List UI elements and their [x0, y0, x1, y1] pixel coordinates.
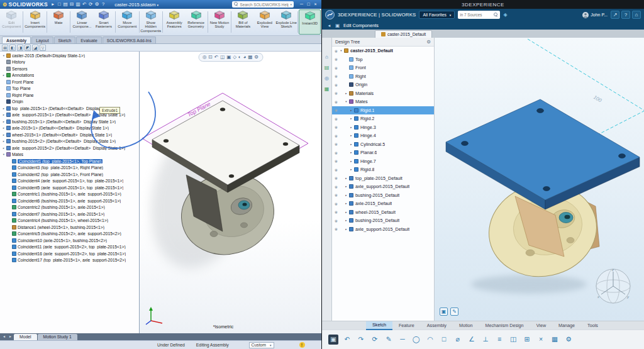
feature-tree-item[interactable]: ▸axle_support-2015<2> (Default<<Default>… — [0, 145, 139, 152]
home-icon[interactable]: ⌂ — [325, 54, 328, 60]
save-icon[interactable]: ⊟ — [69, 1, 75, 8]
expander-icon[interactable]: ▸ — [349, 143, 353, 146]
action-bar-tab-sketch[interactable]: Sketch — [366, 321, 392, 330]
options-icon[interactable]: ⚙ — [94, 1, 100, 8]
feature-tree-item[interactable]: Coincident5 (axle_support-2015<1>, top_p… — [0, 184, 139, 191]
expander-icon[interactable]: ▸ — [349, 117, 353, 120]
display-manager-icon[interactable]: ◪ — [32, 45, 38, 51]
design-tree-item[interactable]: ◉▸Cylindrical.5 — [332, 140, 434, 149]
visibility-eye-icon[interactable]: ◉ — [333, 57, 339, 61]
new-document-icon[interactable]: □ — [56, 1, 62, 8]
expander-icon[interactable]: ▸ — [1, 74, 6, 77]
close-icon[interactable]: × — [312, 1, 319, 8]
previous-view-icon[interactable]: ↶ — [214, 54, 218, 60]
rectangle-icon[interactable]: □ — [439, 335, 449, 345]
expander-icon[interactable]: ▸ — [344, 211, 348, 214]
help-search-input[interactable] — [240, 3, 289, 7]
mirror-icon[interactable]: ◫ — [508, 335, 518, 345]
ribbon-button-mate[interactable]: Mate — [48, 9, 69, 35]
feature-manager-icon[interactable]: ▤ — [2, 45, 8, 51]
settings-icon[interactable]: ⚙ — [564, 335, 574, 345]
trim-icon[interactable]: × — [536, 335, 546, 345]
display-style-icon[interactable]: ◇ — [233, 54, 236, 60]
design-tree-item[interactable]: ◉▸Materials — [332, 89, 434, 98]
view-orientation-icon[interactable]: ▣ — [226, 54, 231, 60]
visibility-eye-icon[interactable]: ◉ — [333, 151, 339, 155]
design-tree-item[interactable]: ◉▸Rigid.8 — [332, 165, 434, 174]
feature-tree-item[interactable]: Coincident7 (bushing-2015<1>, axle-2015<… — [0, 211, 139, 218]
visibility-eye-icon[interactable]: ◉ — [333, 49, 339, 53]
add-comment-icon[interactable]: ✎ — [450, 307, 458, 316]
open-document-icon[interactable]: ▤ — [62, 1, 69, 8]
expander-icon[interactable]: ▸ — [1, 140, 6, 143]
share-icon[interactable]: ↗ — [611, 11, 619, 19]
expander-icon[interactable]: ▸ — [1, 107, 6, 110]
visibility-eye-icon[interactable]: ◉ — [333, 168, 339, 172]
design-tree-item[interactable]: ◉▸Planar.6 — [332, 148, 434, 157]
expander-icon[interactable]: ▸ — [1, 133, 6, 136]
expander-icon[interactable]: ▸ — [1, 147, 6, 150]
visibility-eye-icon[interactable]: ◉ — [333, 91, 339, 95]
ribbon-button-edit-component[interactable]: Edit Component — [1, 9, 22, 35]
configuration-dropdown[interactable]: Custom ▾ — [249, 342, 274, 348]
dimension-label[interactable]: 100 — [592, 94, 603, 104]
feature-tree-item[interactable]: ▾Mates — [0, 152, 139, 158]
top-plate[interactable] — [446, 99, 640, 200]
design-tree-item[interactable]: ◉Top — [332, 55, 434, 64]
configuration-manager-icon[interactable]: ◨ — [17, 45, 23, 51]
visibility-eye-icon[interactable]: ◉ — [333, 159, 339, 163]
feature-tree-item[interactable]: ▸wheel-2015<1> (Default<<Default>_Displa… — [0, 131, 139, 138]
feature-tree-item[interactable]: Sensors — [0, 65, 139, 72]
visibility-eye-icon[interactable]: ◉ — [333, 74, 339, 78]
section-view-icon[interactable]: ◫ — [220, 54, 225, 60]
feature-tree-item[interactable]: ▸bushing-2015<1> (Default<<Default>_Disp… — [0, 118, 139, 125]
visibility-eye-icon[interactable]: ◉ — [333, 142, 339, 146]
action-bar-tab-motion[interactable]: Motion — [453, 321, 479, 330]
perpendicular-constraint-icon[interactable]: ⊥ — [480, 335, 491, 345]
apply-scene-icon[interactable]: ▦ — [248, 54, 252, 60]
design-tree-item[interactable]: ◉▾caster-2015_Default — [332, 47, 434, 55]
action-bar-tab-mechanism-design[interactable]: Mechanism Design — [479, 321, 530, 330]
visibility-eye-icon[interactable]: ◉ — [333, 210, 339, 214]
zoom-area-icon[interactable]: ⊡ — [209, 54, 213, 60]
visibility-eye-icon[interactable]: ◉ — [333, 202, 339, 206]
design-tree-item[interactable]: ◉▸Hinge.4 — [332, 131, 434, 140]
menu-arrow-icon[interactable]: ▸ — [50, 1, 56, 8]
ribbon-button-reference-geometry[interactable]: Reference Geometry — [185, 9, 206, 35]
rebuild-icon[interactable]: ⟳ — [87, 1, 94, 8]
ribbon-button-exploded-view[interactable]: Exploded View — [254, 9, 275, 35]
feature-tree-item[interactable]: ▸axle-2015<1> (Default<<Default>_Display… — [0, 125, 139, 132]
home-icon[interactable]: ⌂ — [632, 11, 641, 19]
help-icon[interactable]: ? — [100, 1, 106, 8]
platform-search-input[interactable] — [460, 13, 492, 17]
maximize-icon[interactable]: □ — [305, 1, 312, 8]
warning-icon[interactable]: ! — [299, 342, 305, 348]
visibility-eye-icon[interactable]: ◉ — [333, 219, 339, 223]
expander-icon[interactable]: ▸ — [344, 202, 348, 205]
ribbon-button-explode-line-sketch[interactable]: Explode Line Sketch — [275, 9, 297, 35]
visibility-eye-icon[interactable]: ◉ — [333, 176, 339, 180]
visibility-eye-icon[interactable]: ◉ — [333, 66, 339, 70]
design-tree-item[interactable]: ◉Front — [332, 64, 434, 72]
commandmanager-tab-layout[interactable]: Layout — [31, 36, 53, 43]
visibility-eye-icon[interactable]: ◉ — [333, 134, 339, 138]
feature-tree-item[interactable]: Right Plane — [0, 92, 139, 99]
visibility-eye-icon[interactable]: ◉ — [333, 117, 339, 121]
expander-icon[interactable]: ▾ — [1, 54, 6, 57]
expander-icon[interactable]: ▸ — [344, 185, 348, 188]
feature-tree-item[interactable]: Coincident16 (axle_support-2015<2>, top_… — [0, 250, 139, 257]
expander-icon[interactable]: ▸ — [1, 113, 6, 116]
feature-tree-item[interactable]: Concentric2 (bushing-2015<1>, axle-2015<… — [0, 204, 139, 211]
feature-tree-item[interactable]: ▾caster-2015 (Default<Display State-1>) — [0, 52, 139, 59]
expander-icon[interactable]: ▸ — [349, 109, 353, 112]
component-icon[interactable]: ▣ — [334, 23, 341, 28]
offset-icon[interactable]: ≡ — [494, 335, 504, 345]
feature-tree-item[interactable]: Coincident6 (bushing-2015<1>, axle_suppo… — [0, 197, 139, 204]
expander-icon[interactable]: ▾ — [1, 153, 6, 156]
tag-icon[interactable]: ◈ — [503, 12, 507, 18]
feature-tree-item[interactable]: Coincident2 (top_plate-2015<1>, Front Pl… — [0, 171, 139, 178]
ribbon-button-assembly-features[interactable]: Assembly Features — [164, 9, 185, 35]
assistant-icon[interactable]: ▣ — [440, 307, 448, 316]
view-compass[interactable]: z x y — [594, 267, 633, 306]
platform-search-box[interactable] — [458, 11, 500, 19]
